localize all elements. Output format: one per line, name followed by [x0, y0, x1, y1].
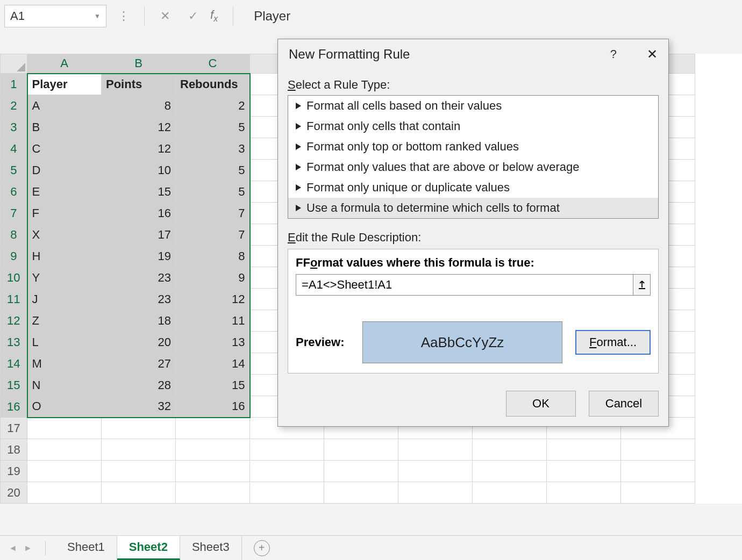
row-header[interactable]: 4: [1, 138, 27, 160]
cell[interactable]: E: [27, 181, 102, 203]
cell[interactable]: 8: [176, 246, 250, 267]
cell[interactable]: 16: [102, 203, 176, 224]
cell[interactable]: 19: [102, 246, 176, 267]
row-header[interactable]: 17: [1, 418, 27, 439]
cell[interactable]: 28: [102, 375, 176, 396]
cell[interactable]: H: [27, 246, 102, 267]
cell[interactable]: 7: [176, 224, 250, 246]
column-header[interactable]: C: [176, 54, 250, 74]
row-header[interactable]: 9: [1, 246, 27, 267]
row-header[interactable]: 11: [1, 289, 27, 310]
format-button[interactable]: Format...: [575, 330, 651, 355]
close-icon[interactable]: ✕: [647, 47, 658, 62]
cell[interactable]: C: [27, 138, 102, 160]
row-header[interactable]: 5: [1, 160, 27, 181]
cell[interactable]: [250, 461, 324, 482]
cell[interactable]: 5: [176, 117, 250, 138]
cell[interactable]: [250, 439, 324, 461]
column-header[interactable]: A: [27, 54, 102, 74]
cell[interactable]: [473, 439, 547, 461]
cell[interactable]: [547, 482, 621, 504]
cell[interactable]: [324, 439, 398, 461]
rule-type-item[interactable]: Use a formula to determine which cells t…: [288, 198, 658, 218]
row-header[interactable]: 13: [1, 332, 27, 353]
cell[interactable]: [27, 461, 102, 482]
cancel-button[interactable]: Cancel: [589, 391, 659, 417]
row-header[interactable]: 19: [1, 461, 27, 482]
row-header[interactable]: 14: [1, 353, 27, 375]
rule-type-item[interactable]: Format only top or bottom ranked values: [288, 137, 658, 157]
cell[interactable]: 23: [102, 267, 176, 289]
sheet-tab[interactable]: Sheet1: [55, 536, 117, 560]
row-header[interactable]: 1: [1, 74, 27, 95]
cell[interactable]: X: [27, 224, 102, 246]
cell[interactable]: 5: [176, 181, 250, 203]
cell[interactable]: [324, 461, 398, 482]
cell[interactable]: N: [27, 375, 102, 396]
cell[interactable]: [176, 482, 250, 504]
row-header[interactable]: 10: [1, 267, 27, 289]
cell[interactable]: 2: [176, 95, 250, 117]
row-header[interactable]: 2: [1, 95, 27, 117]
cell[interactable]: 12: [102, 138, 176, 160]
cell[interactable]: [176, 461, 250, 482]
row-header[interactable]: 8: [1, 224, 27, 246]
cell[interactable]: 18: [102, 310, 176, 332]
rule-type-item[interactable]: Format only cells that contain: [288, 116, 658, 137]
cell[interactable]: 3: [176, 138, 250, 160]
row-header[interactable]: 7: [1, 203, 27, 224]
cell[interactable]: J: [27, 289, 102, 310]
chevron-down-icon[interactable]: ▼: [94, 12, 101, 20]
cell[interactable]: 17: [102, 224, 176, 246]
cell[interactable]: [250, 482, 324, 504]
menu-dots-icon[interactable]: ⋮: [113, 5, 134, 27]
tab-nav-next-icon[interactable]: ►: [20, 543, 35, 553]
cell[interactable]: 13: [176, 332, 250, 353]
row-header[interactable]: 12: [1, 310, 27, 332]
cell[interactable]: Rebounds: [176, 74, 250, 95]
add-sheet-button[interactable]: +: [254, 540, 270, 556]
cell[interactable]: [102, 482, 176, 504]
cell[interactable]: 15: [102, 181, 176, 203]
cell[interactable]: 11: [176, 310, 250, 332]
cell[interactable]: 27: [102, 353, 176, 375]
cancel-icon[interactable]: ✕: [154, 5, 176, 27]
cell[interactable]: F: [27, 203, 102, 224]
cell[interactable]: [398, 439, 473, 461]
cell[interactable]: 32: [102, 396, 176, 418]
cell[interactable]: [324, 482, 398, 504]
cell[interactable]: [27, 418, 102, 439]
ok-button[interactable]: OK: [506, 391, 576, 417]
rule-type-item[interactable]: Format all cells based on their values: [288, 96, 658, 116]
cell[interactable]: 10: [102, 160, 176, 181]
cell[interactable]: [547, 439, 621, 461]
cell[interactable]: D: [27, 160, 102, 181]
rule-type-item[interactable]: Format only unique or duplicate values: [288, 177, 658, 198]
cell[interactable]: 16: [176, 396, 250, 418]
cell[interactable]: Z: [27, 310, 102, 332]
cell[interactable]: [176, 418, 250, 439]
row-header[interactable]: 16: [1, 396, 27, 418]
fx-icon[interactable]: fx: [210, 8, 218, 24]
name-box[interactable]: A1 ▼: [4, 5, 106, 27]
sheet-tab[interactable]: Sheet3: [180, 536, 242, 560]
row-header[interactable]: 20: [1, 482, 27, 504]
cell[interactable]: Player: [27, 74, 102, 95]
cell[interactable]: [398, 461, 473, 482]
cell[interactable]: [398, 482, 473, 504]
cell[interactable]: M: [27, 353, 102, 375]
cell[interactable]: [621, 439, 695, 461]
tab-nav-prev-icon[interactable]: ◄: [5, 543, 20, 553]
cell[interactable]: 9: [176, 267, 250, 289]
row-header[interactable]: 6: [1, 181, 27, 203]
row-header[interactable]: 15: [1, 375, 27, 396]
sheet-tab[interactable]: Sheet2: [117, 536, 180, 560]
cell[interactable]: [102, 439, 176, 461]
row-header[interactable]: 18: [1, 439, 27, 461]
cell[interactable]: 20: [102, 332, 176, 353]
confirm-icon[interactable]: ✓: [182, 5, 204, 27]
cell[interactable]: [473, 482, 547, 504]
cell[interactable]: L: [27, 332, 102, 353]
cell[interactable]: B: [27, 117, 102, 138]
select-all-corner[interactable]: [1, 54, 27, 74]
